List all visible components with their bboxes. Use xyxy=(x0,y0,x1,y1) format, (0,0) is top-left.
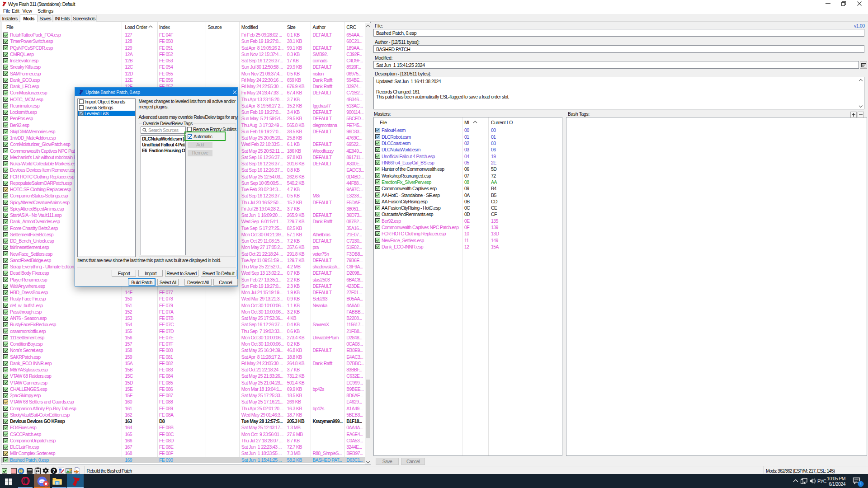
svg-text:1: 1 xyxy=(859,482,862,486)
svg-text:?: ? xyxy=(52,468,55,474)
